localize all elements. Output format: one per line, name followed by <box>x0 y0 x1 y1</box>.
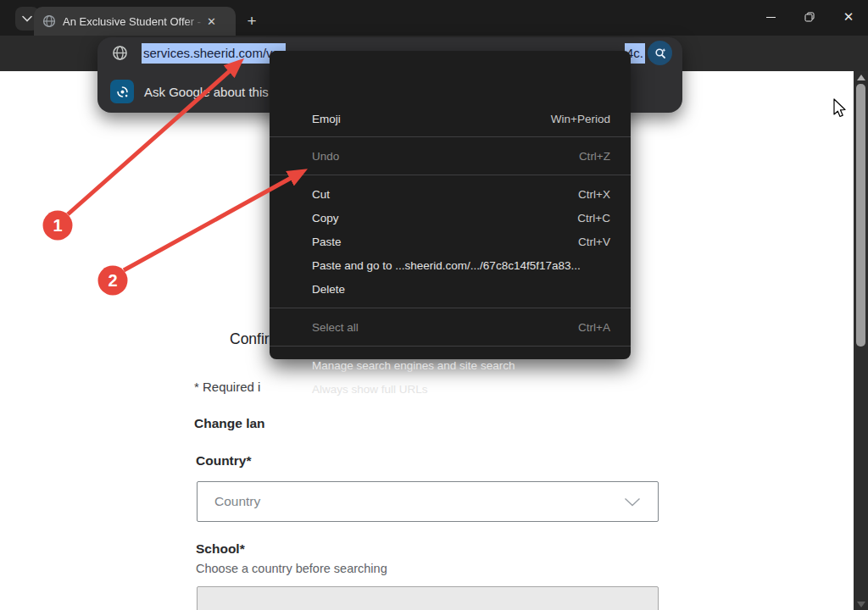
url-context-menu: Emoji Win+Period Undo Ctrl+Z Cut Ctrl+X … <box>270 51 631 359</box>
new-tab-button[interactable]: + <box>240 9 264 33</box>
menu-separator <box>270 175 631 175</box>
browser-window: An Exclusive Student Offer - Jus ✕ + ✕ <box>0 0 868 610</box>
shortcut: Ctrl+V <box>578 236 610 248</box>
shortcut: Ctrl+Z <box>579 150 610 163</box>
tab-close-icon[interactable]: ✕ <box>207 16 216 27</box>
chevron-down-icon <box>22 15 32 22</box>
menu-item-emoji[interactable]: Emoji Win+Period <box>270 107 631 130</box>
menu-separator <box>270 136 631 137</box>
suggestion-label: Ask Google about this p <box>144 85 279 99</box>
minimize-icon <box>766 17 776 18</box>
menu-item-cut[interactable]: Cut Ctrl+X <box>270 182 631 206</box>
tab-title: An Exclusive Student Offer - Jus <box>63 15 205 28</box>
menu-item-copy[interactable]: Copy Ctrl+C <box>270 206 631 230</box>
globe-favicon-icon <box>42 14 56 28</box>
shortcut: Win+Period <box>551 113 610 125</box>
page-scrollbar[interactable] <box>854 71 868 610</box>
window-maximize-button[interactable] <box>791 0 828 34</box>
globe-icon <box>112 45 128 61</box>
search-lens-button[interactable] <box>648 41 672 65</box>
window-close-button[interactable]: ✕ <box>830 0 867 34</box>
menu-item-paste-and-go[interactable]: Paste and go to ...sheerid.com/.../67c8c… <box>270 253 631 277</box>
shortcut: Ctrl+X <box>578 188 610 201</box>
window-minimize-button[interactable] <box>752 0 789 34</box>
active-tab[interactable]: An Exclusive Student Offer - Jus ✕ <box>34 7 236 36</box>
scrollbar-thumb[interactable] <box>856 84 865 347</box>
ask-google-lens-icon <box>110 80 134 103</box>
lens-search-icon <box>654 47 667 60</box>
change-language-label: Change lan <box>194 416 265 431</box>
menu-item-select-all: Select all Ctrl+A <box>270 315 631 339</box>
menu-separator <box>270 308 631 308</box>
shortcut: Ctrl+A <box>578 321 610 334</box>
school-label: School* <box>196 541 245 557</box>
menu-separator <box>270 346 631 347</box>
menu-item-always-show-full-urls[interactable]: Always show full URLs <box>270 377 631 401</box>
menu-item-manage-search-engines[interactable]: Manage search engines and site search <box>270 353 631 377</box>
menu-item-undo: Undo Ctrl+Z <box>270 144 631 168</box>
page-heading: Confir <box>230 330 270 348</box>
menu-item-delete[interactable]: Delete <box>270 277 631 301</box>
country-label: Country* <box>196 453 251 469</box>
country-select-value: Country <box>214 494 260 509</box>
menu-item-paste[interactable]: Paste Ctrl+V <box>270 230 631 253</box>
scrollbar-up-arrow-icon[interactable] <box>857 75 865 80</box>
chevron-down-icon <box>624 497 641 507</box>
restore-icon <box>804 12 815 22</box>
tab-strip: An Exclusive Student Offer - Jus ✕ + ✕ <box>0 0 868 36</box>
scrollbar-down-arrow-icon[interactable] <box>857 602 865 607</box>
country-select[interactable]: Country <box>197 481 659 522</box>
school-hint: Choose a country before searching <box>196 562 387 575</box>
shortcut: Ctrl+C <box>577 212 610 225</box>
required-note: * Required i <box>194 380 260 394</box>
school-input-disabled <box>197 586 659 610</box>
url-input-selected-text[interactable]: services.sheerid.com/ver <box>142 43 286 64</box>
